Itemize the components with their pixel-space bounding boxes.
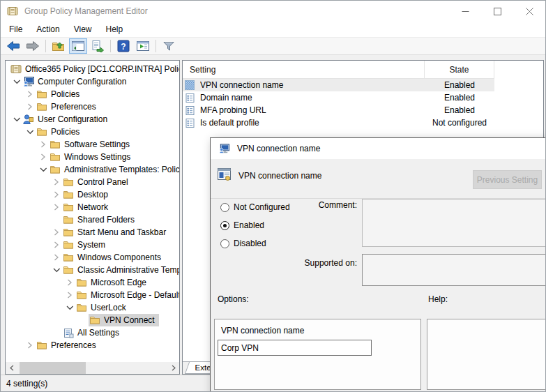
menu-action[interactable]: Action xyxy=(29,22,66,37)
radio-row-enabled[interactable]: Enabled xyxy=(220,220,290,230)
chevron-down-icon[interactable] xyxy=(26,128,34,137)
setting-state: Enabled xyxy=(425,105,494,115)
back-button[interactable] xyxy=(4,38,22,54)
setting-row-mfa-probing-url[interactable]: MFA probing URLEnabled xyxy=(183,104,494,116)
scrollbar-thumb[interactable] xyxy=(20,362,86,374)
folder-icon xyxy=(89,315,100,326)
minimize-button[interactable] xyxy=(449,1,481,22)
menu-help[interactable]: Help xyxy=(99,22,130,37)
tree-horizontal-scrollbar[interactable] xyxy=(6,362,179,374)
tree-item-classic-administrative-temp[interactable]: Classic Administrative Temp xyxy=(6,264,180,276)
tree-item-label: Shared Folders xyxy=(77,215,135,225)
comment-label: Comment: xyxy=(252,200,357,210)
comment-textarea[interactable] xyxy=(362,199,546,247)
tree-item-shared-folders[interactable]: Shared Folders xyxy=(6,213,180,226)
filter-button[interactable] xyxy=(160,38,178,54)
setting-row-is-default-profile[interactable]: Is default profileNot configured xyxy=(183,116,494,129)
status-text: 4 setting(s) xyxy=(6,379,47,389)
setting-state: Enabled xyxy=(425,80,494,90)
forward-button[interactable] xyxy=(24,38,42,54)
chevron-right-icon[interactable] xyxy=(52,203,61,212)
chevron-spacer xyxy=(52,216,61,225)
scroll-left-arrow-icon[interactable] xyxy=(6,362,17,374)
tree-item-all-settings[interactable]: All Settings xyxy=(6,326,180,339)
tree-item-windows-settings[interactable]: Windows Settings xyxy=(6,151,180,163)
folder-icon xyxy=(63,176,74,188)
chevron-right-icon[interactable] xyxy=(52,253,61,262)
chevron-down-icon[interactable] xyxy=(52,266,61,275)
help-panel[interactable] xyxy=(427,319,546,390)
chevron-right-icon[interactable] xyxy=(66,291,74,300)
chevron-right-icon[interactable] xyxy=(26,341,34,350)
scroll-right-arrow-icon[interactable] xyxy=(167,362,179,374)
tree-item-system[interactable]: System xyxy=(6,239,180,251)
tree-item-administrative-templates-polic[interactable]: Administrative Templates: Polic xyxy=(6,163,180,176)
new-window-button[interactable] xyxy=(134,38,152,54)
setting-row-vpn-connection-name[interactable]: VPN connection nameEnabled xyxy=(183,79,494,91)
chevron-right-icon[interactable] xyxy=(52,228,61,237)
maximize-button[interactable] xyxy=(481,1,513,22)
radio-label-enabled: Enabled xyxy=(234,220,264,230)
admx-setting-icon xyxy=(217,167,232,181)
close-button[interactable] xyxy=(513,1,545,22)
tree-item-policies[interactable]: Policies xyxy=(6,126,180,138)
chevron-down-icon[interactable] xyxy=(13,115,21,124)
menu-file[interactable]: File xyxy=(2,22,29,37)
tree-item-content: UserLock xyxy=(75,301,130,314)
forward-icon xyxy=(26,40,40,52)
tree-item-control-panel[interactable]: Control Panel xyxy=(6,176,180,188)
tree-item-microsoft-edge-default[interactable]: Microsoft Edge - Default xyxy=(6,289,180,301)
menu-view[interactable]: View xyxy=(67,22,99,37)
chevron-down-icon[interactable] xyxy=(39,165,47,174)
previous-setting-button[interactable]: Previous Setting xyxy=(473,170,542,189)
folder-icon xyxy=(63,239,74,250)
chevron-down-icon[interactable] xyxy=(13,77,21,86)
chevron-right-icon[interactable] xyxy=(39,153,47,162)
radio-enabled[interactable] xyxy=(220,221,229,230)
tree-item-vpn-connect[interactable]: VPN Connect xyxy=(6,314,180,326)
help-button[interactable]: ? xyxy=(114,38,132,54)
tree-item-start-menu-and-taskbar[interactable]: Start Menu and Taskbar xyxy=(6,226,180,239)
radio-row-disabled[interactable]: Disabled xyxy=(220,239,290,248)
chevron-right-icon[interactable] xyxy=(52,241,61,250)
tree-item-network[interactable]: Network xyxy=(6,201,180,213)
tree-item-preferences[interactable]: Preferences xyxy=(6,339,180,352)
tree-item-windows-components[interactable]: Windows Components xyxy=(6,251,180,264)
column-header-state[interactable]: State xyxy=(425,61,494,78)
chevron-right-icon[interactable] xyxy=(66,278,74,287)
setting-state: Enabled xyxy=(425,93,494,103)
tree-item-computer-configuration[interactable]: Computer Configuration xyxy=(6,75,180,88)
tree-item-preferences[interactable]: Preferences xyxy=(6,100,180,113)
export-list-button[interactable] xyxy=(89,38,107,54)
chevron-right-icon[interactable] xyxy=(26,90,34,99)
column-header-setting[interactable]: Setting xyxy=(183,61,425,78)
tree-item-office365-policy-dc1-corp-intra-policy[interactable]: Office365 Policy [DC1.CORP.INTRA] Policy xyxy=(6,63,180,75)
radio-not-configured[interactable] xyxy=(220,203,229,212)
computer-icon xyxy=(23,76,34,87)
tree-item-desktop[interactable]: Desktop xyxy=(6,188,180,201)
tree-item-software-settings[interactable]: Software Settings xyxy=(6,138,180,151)
setting-row-domain-name[interactable]: Domain nameEnabled xyxy=(183,91,494,104)
radio-disabled[interactable] xyxy=(220,239,229,248)
chevron-right-icon[interactable] xyxy=(26,103,34,112)
up-one-level-button[interactable] xyxy=(50,38,68,54)
tree-item-userlock[interactable]: UserLock xyxy=(6,301,180,314)
tree-item-label: Start Menu and Taskbar xyxy=(77,227,166,237)
dialog-titlebar[interactable]: VPN connection name xyxy=(211,138,546,159)
setting-name: Is default profile xyxy=(200,118,425,128)
vpn-name-input[interactable] xyxy=(218,340,372,356)
tree-item-policies[interactable]: Policies xyxy=(6,88,180,100)
window-titlebar[interactable]: Group Policy Management Editor xyxy=(1,1,545,22)
chevron-down-icon[interactable] xyxy=(66,303,74,312)
folder-icon xyxy=(76,289,87,301)
tree-item-content: Desktop xyxy=(62,188,112,201)
tree-item-microsoft-edge[interactable]: Microsoft Edge xyxy=(6,276,180,289)
options-label: Options: xyxy=(218,294,249,304)
chevron-right-icon[interactable] xyxy=(52,190,61,199)
chevron-right-icon[interactable] xyxy=(52,178,61,187)
tree-item-user-configuration[interactable]: User Configuration xyxy=(6,113,180,126)
options-panel: VPN connection name xyxy=(214,319,421,390)
tree-item-label: Control Panel xyxy=(77,177,128,187)
chevron-right-icon[interactable] xyxy=(39,140,47,149)
show-console-tree-button[interactable] xyxy=(69,38,87,54)
